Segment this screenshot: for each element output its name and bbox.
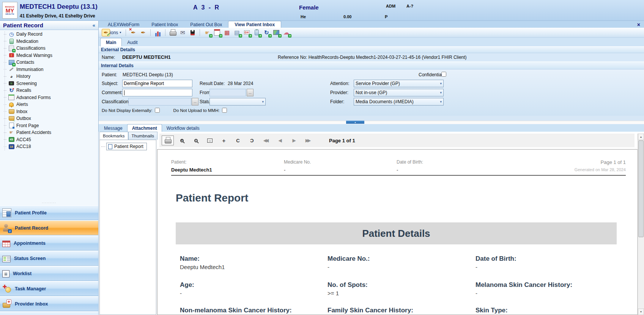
last-page-icon[interactable]: ▶▶ xyxy=(302,135,314,145)
tab-workflow-details[interactable]: Workflow details xyxy=(162,125,204,132)
print-icon[interactable] xyxy=(162,135,174,145)
tab-audit[interactable]: Audit xyxy=(122,39,143,46)
splitter-collapse-handle[interactable]: ▴ xyxy=(346,121,364,124)
tree-item-history[interactable]: History xyxy=(2,73,98,80)
consultation-add-icon[interactable] xyxy=(233,29,241,36)
recall-add-icon[interactable] xyxy=(262,29,271,36)
tree-item-front-page[interactable]: Front Page xyxy=(2,122,98,129)
tree-item-daily-record[interactable]: Daily Record xyxy=(2,31,98,38)
attention-select[interactable]: Service Provider (GP) ▾ xyxy=(354,80,444,87)
alerts-icon xyxy=(8,102,14,107)
tree-item-acc45[interactable]: 45ACC45 xyxy=(2,136,98,143)
tree-item-inbox[interactable]: Inbox xyxy=(2,108,98,115)
classification-lookup-button[interactable]: ... xyxy=(192,98,198,106)
tree-item-acc18[interactable]: 18ACC18 xyxy=(2,143,98,150)
status-select[interactable]: ▾ xyxy=(209,98,266,106)
subject-input[interactable] xyxy=(122,80,192,87)
diagnosis-add-icon[interactable]: DX xyxy=(242,29,251,36)
scroll-down-icon[interactable]: ▼ xyxy=(638,309,644,315)
doc-generated: Generated on Mar 28, 2024 xyxy=(575,167,626,172)
nav-task-manager[interactable]: Task Manager xyxy=(0,281,98,296)
folder-select[interactable]: Media Documents (#MEDIA) ▾ xyxy=(354,98,444,106)
patient-record-icon xyxy=(2,224,11,233)
rotate-cw-icon[interactable]: C xyxy=(246,135,258,145)
inkpot-confirm-icon[interactable] xyxy=(102,29,110,36)
collapse-icon[interactable]: « xyxy=(93,22,95,28)
vertical-scrollbar[interactable]: ▲ ▼ xyxy=(638,134,644,315)
tree-item-screening[interactable]: Screening xyxy=(2,80,98,87)
zoom-in-icon[interactable] xyxy=(176,135,188,145)
nav-worklist[interactable]: Worklist xyxy=(0,266,98,281)
nav-appointments[interactable]: Appointments xyxy=(0,236,98,250)
tab-main[interactable]: Main xyxy=(100,38,122,46)
next-page-icon[interactable]: ▶ xyxy=(288,135,300,145)
tree-item-contacts[interactable]: Contacts xyxy=(2,59,98,66)
bookmark-item[interactable]: Patient Report xyxy=(101,143,154,150)
patient-title: MEDTECH1 Deeptu (13.1) xyxy=(20,3,98,11)
pdf-toolbar: ↔ + C C ◀◀ ◀ ▶ ▶▶ Page 1 of 1 xyxy=(159,134,635,147)
tab-view-patient-inbox[interactable]: View Patient Inbox xyxy=(228,21,281,28)
prev-page-icon[interactable]: ◀ xyxy=(274,135,286,145)
calendar-icon[interactable] xyxy=(223,29,231,36)
classification-input[interactable] xyxy=(128,98,191,106)
contacts-icon xyxy=(8,60,14,65)
tree-item-recalls[interactable]: Recalls xyxy=(2,87,98,94)
screening-add-icon[interactable] xyxy=(272,29,280,36)
tree-item-classifications[interactable]: Classifications xyxy=(2,45,98,52)
tree-item-medical-warnings[interactable]: Medical Warnings xyxy=(2,52,98,59)
fit-width-icon[interactable]: ↔ xyxy=(204,135,216,145)
accident-add-icon[interactable] xyxy=(203,29,211,36)
tree-item-advanced-forms[interactable]: Advanced Forms xyxy=(2,94,98,101)
chevron-down-icon: ▾ xyxy=(440,100,442,104)
medication-add-icon[interactable] xyxy=(252,29,261,36)
tab-patient-inbox[interactable]: Patient Inbox xyxy=(145,21,184,28)
tree-item-outbox[interactable]: Outbox xyxy=(2,115,98,122)
attachment-tabstrip: Message Attachment Workflow details xyxy=(99,124,644,132)
tree-item-alerts[interactable]: Alerts xyxy=(2,101,98,108)
tree-item-immunisation[interactable]: Immunisation xyxy=(2,66,98,73)
doc-dob-value: - xyxy=(397,167,398,173)
print-icon[interactable] xyxy=(168,29,177,36)
chart-icon[interactable] xyxy=(154,29,162,36)
comment-input[interactable] xyxy=(122,89,192,96)
close-icon[interactable]: × xyxy=(637,22,640,28)
field-label: Age: xyxy=(180,281,194,289)
nav-status-screen[interactable]: Status Screen xyxy=(0,251,98,266)
from-lookup-button[interactable]: ... xyxy=(247,89,254,96)
tab-bookmarks[interactable]: Bookmarks xyxy=(99,132,128,140)
first-page-icon[interactable]: ◀◀ xyxy=(260,135,272,145)
tab-thumbnails[interactable]: Thumbnails xyxy=(128,132,157,140)
zoom-out-icon[interactable] xyxy=(190,135,202,145)
email-icon[interactable] xyxy=(178,29,187,36)
name-label: Name: xyxy=(102,55,115,60)
save-icon[interactable] xyxy=(188,29,197,36)
tab-alexwebform[interactable]: ALEXWebForm xyxy=(102,21,145,28)
pan-icon[interactable]: + xyxy=(218,135,230,145)
rotate-ccw-icon[interactable]: C xyxy=(232,135,244,145)
inkpot-icon[interactable] xyxy=(139,29,147,36)
tree-item-patient-accidents[interactable]: Patient Accidents xyxy=(2,129,98,136)
mmh-upload-icon[interactable] xyxy=(282,29,290,36)
nav-patient-profile[interactable]: Patient Profile xyxy=(0,205,98,220)
inkpot-cross-icon[interactable] xyxy=(129,29,137,36)
no-upload-checkbox[interactable] xyxy=(222,108,227,113)
appointment-add-icon[interactable] xyxy=(213,29,221,36)
nav-queue-status[interactable]: Queue Status xyxy=(0,312,98,315)
provider-select[interactable]: Not in-use (GP) ▾ xyxy=(354,89,444,96)
sidebar-splitter[interactable]: ......... xyxy=(0,201,98,205)
nav-patient-record[interactable]: Patient Record xyxy=(0,220,98,235)
tree-item-medication[interactable]: Medication xyxy=(2,38,98,45)
no-display-checkbox[interactable] xyxy=(155,108,160,113)
toolbar-separator xyxy=(126,29,126,36)
nav-provider-inbox[interactable]: Provider Inbox xyxy=(0,296,98,311)
doc-medicare-label: Medicare No. xyxy=(284,159,311,165)
tab-attachment[interactable]: Attachment xyxy=(127,124,162,132)
field-value: >= 1 xyxy=(328,290,339,296)
confidential-checkbox[interactable] xyxy=(441,72,446,77)
sidebar-nav: Patient Profile Patient Record Appointme… xyxy=(0,205,98,315)
from-input[interactable] xyxy=(209,89,246,96)
tab-patient-out-box[interactable]: Patient Out Box xyxy=(184,21,228,28)
scroll-up-icon[interactable]: ▲ xyxy=(638,134,644,140)
scrollbar-thumb[interactable] xyxy=(638,140,644,237)
tab-message[interactable]: Message xyxy=(99,125,127,132)
